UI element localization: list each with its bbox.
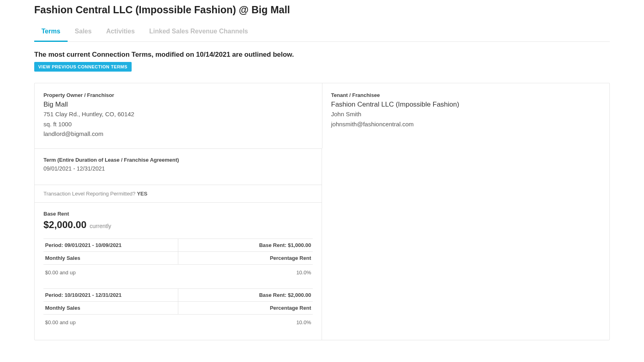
tenant-label: Tenant / Franchisee	[331, 92, 601, 98]
owner-email: landlord@bigmall.com	[43, 130, 313, 139]
tier-range: $0.00 and up	[43, 315, 178, 330]
tenant-email: johnsmith@fashioncentral.com	[331, 120, 601, 129]
percentage-rent-header: Percentage Rent	[178, 252, 313, 264]
tab-sales[interactable]: Sales	[68, 23, 99, 42]
term-label: Term (Entire Duration of Lease / Franchi…	[43, 157, 313, 163]
txn-section: Transaction Level Reporting Permitted? Y…	[35, 185, 322, 202]
tier-pct: 10.0%	[178, 265, 313, 280]
tab-linked-channels[interactable]: Linked Sales Revenue Channels	[142, 23, 255, 42]
rent-period-group: Period: 10/10/2021 - 12/31/2021 Base Ren…	[43, 288, 313, 330]
tenant-panel: Tenant / Franchisee Fashion Central LLC …	[322, 83, 610, 148]
owner-panel: Property Owner / Franchisor Big Mall 751…	[35, 83, 322, 148]
owner-label: Property Owner / Franchisor	[43, 92, 313, 98]
tenant-contact: John Smith	[331, 110, 601, 119]
tabs-bar: Terms Sales Activities Linked Sales Reve…	[34, 23, 610, 42]
owner-address: 751 Clay Rd., Huntley, CO, 60142	[43, 110, 313, 119]
tab-activities[interactable]: Activities	[99, 23, 142, 42]
txn-label: Transaction Level Reporting Permitted?	[43, 191, 137, 197]
rent-period-group: Period: 09/01/2021 - 10/09/2021 Base Ren…	[43, 239, 313, 280]
base-rent-currently: currently	[90, 223, 111, 229]
owner-sqft: sq. ft 1000	[43, 120, 313, 129]
percentage-rent-header: Percentage Rent	[178, 302, 313, 314]
rent-section: Base Rent $2,000.00 currently Period: 09…	[35, 202, 322, 340]
period-base-rent: Base Rent: $2,000.00	[178, 289, 313, 301]
view-previous-terms-button[interactable]: VIEW PREVIOUS CONNECTION TERMS	[34, 62, 132, 72]
tier-pct: 10.0%	[178, 315, 313, 330]
tenant-name: Fashion Central LLC (Impossible Fashion)	[331, 101, 601, 109]
txn-value: YES	[137, 191, 147, 197]
term-value: 09/01/2021 - 12/31/2021	[43, 165, 313, 172]
tier-range: $0.00 and up	[43, 265, 178, 280]
monthly-sales-header: Monthly Sales	[43, 302, 178, 314]
page-title: Fashion Central LLC (Impossible Fashion)…	[34, 4, 610, 16]
tab-terms[interactable]: Terms	[34, 23, 68, 42]
base-rent-amount: $2,000.00	[43, 219, 87, 230]
base-rent-label: Base Rent	[43, 211, 313, 217]
monthly-sales-header: Monthly Sales	[43, 252, 178, 264]
owner-name: Big Mall	[43, 101, 313, 109]
period-label: Period: 09/01/2021 - 10/09/2021	[43, 239, 178, 251]
period-base-rent: Base Rent: $1,000.00	[178, 239, 313, 251]
rent-periods-table: Period: 09/01/2021 - 10/09/2021 Base Ren…	[43, 239, 313, 330]
term-section: Term (Entire Duration of Lease / Franchi…	[35, 148, 322, 185]
intro-text: The most current Connection Terms, modif…	[34, 51, 610, 59]
period-label: Period: 10/10/2021 - 12/31/2021	[43, 289, 178, 301]
terms-card: Property Owner / Franchisor Big Mall 751…	[34, 83, 610, 340]
